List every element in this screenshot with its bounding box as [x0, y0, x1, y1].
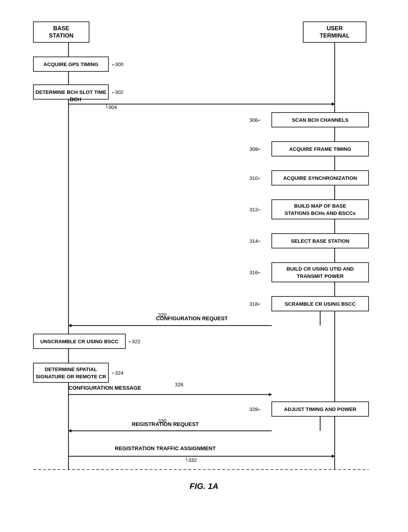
config-msg-label: CONFIGURATION MESSAGE: [68, 385, 141, 391]
determine-spatial-label-1: DETERMINE SPATIAL: [45, 366, 97, 372]
step-306-num: 306⌐: [249, 117, 261, 123]
reg-req-arrow-head: [68, 429, 71, 432]
build-map-label-2: STATIONS BCHs AND BSCCs: [285, 210, 356, 216]
step-332-num: └332: [185, 457, 197, 463]
config-req-arrow-head: [68, 324, 71, 327]
step-326-num: 326: [175, 382, 183, 387]
step-318-num: 318⌐: [249, 301, 261, 307]
determine-spatial-box: [34, 363, 108, 382]
acquire-sync-label: ACQUIRE SYNCHRONIZATION: [283, 175, 357, 181]
reg-traffic-arrow-head: [332, 455, 335, 458]
step-324-num: ⌐324: [112, 370, 124, 376]
build-map-label-1: BUILD MAP OF BASE: [294, 203, 346, 209]
bch-arrow-head: [332, 102, 335, 106]
scramble-cr-label: SCRAMBLE CR USING BSCC: [285, 301, 356, 307]
diagram-svg: BASE STATION USER TERMINAL ACQUIRE GPS T…: [15, 10, 393, 494]
step-320-num: 320: [158, 312, 167, 317]
diagram-area: BASE STATION USER TERMINAL ACQUIRE GPS T…: [15, 10, 393, 494]
step-300-num: ⌐300: [112, 61, 123, 67]
build-cr-label-1: BUILD CR USING UTID AND: [287, 266, 354, 272]
build-cr-label-2: TRANSMIT POWER: [297, 273, 344, 279]
config-req-label: CONFIGURATION REQUEST: [156, 315, 228, 321]
step-322-num: ⌐322: [129, 339, 140, 344]
config-msg-arrow-head: [269, 393, 272, 396]
determine-spatial-label-2: SIGNATURE OR REMOTE CR: [35, 374, 106, 379]
user-terminal-label-1: USER: [327, 25, 343, 32]
build-cr-box: [272, 263, 369, 282]
page-container: BASE STATION USER TERMINAL ACQUIRE GPS T…: [0, 0, 408, 532]
step-314-num: 314⌐: [249, 238, 261, 244]
determine-bch-slot-label: DETERMINE BCH SLOT TIME: [35, 89, 106, 95]
step-312-num: 312⌐: [249, 207, 261, 212]
select-base-label: SELECT BASE STATION: [291, 238, 349, 244]
unscramble-cr-label: UNSCRAMBLE CR USING BSCC: [40, 339, 118, 344]
step-308-num: 308⌐: [249, 146, 261, 152]
fig-caption: FIG. 1A: [189, 481, 218, 491]
base-station-label-2: STATION: [49, 32, 74, 39]
base-station-label-1: BASE: [53, 25, 69, 32]
bch-label: BCH: [70, 96, 81, 102]
step-304-num: └304: [105, 104, 117, 110]
step-316-num: 316⌐: [249, 270, 261, 275]
user-terminal-label-2: TERMINAL: [320, 32, 350, 39]
adjust-timing-label: ADJUST TIMING AND POWER: [284, 406, 356, 412]
acquire-frame-timing-label: ACQUIRE FRAME TIMING: [289, 146, 351, 152]
build-map-box: [272, 200, 369, 219]
reg-traffic-label: REGISTRATION TRAFFIC ASSIGNMENT: [115, 445, 216, 451]
acquire-gps-timing-label: ACQUIRE GPS TIMING: [43, 61, 98, 67]
step-328-num: 328⌐: [249, 406, 261, 412]
step-302-num: ⌐302: [112, 89, 123, 95]
step-310-num: 310⌐: [249, 175, 261, 181]
scan-bch-label: SCAN BCH CHANNELS: [292, 117, 348, 123]
step-330-num: 330: [158, 418, 167, 424]
